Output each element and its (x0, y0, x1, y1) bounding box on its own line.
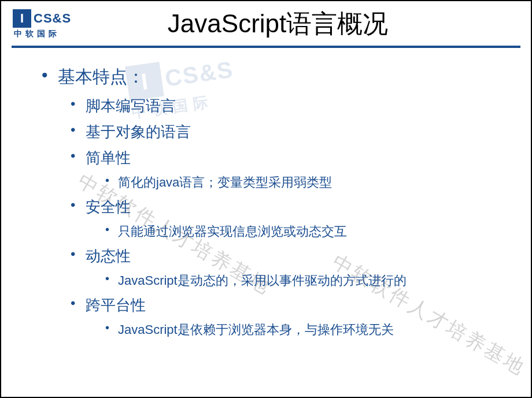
slide-title: JavaScript语言概况 (83, 7, 519, 41)
content-heading: 基本特点： (42, 65, 508, 89)
slide-content: 基本特点： 脚本编写语言 基于对象的语言 简单性 简化的java语言；变量类型采… (1, 48, 531, 356)
bullet-sub-item: 简化的java语言；变量类型采用弱类型 (105, 174, 508, 191)
logo-mark: I (13, 9, 31, 28)
bullet-sub-item: JavaScript是依赖于浏览器本身，与操作环境无关 (105, 321, 508, 339)
company-logo: I CS&S 中软国际 (13, 9, 71, 39)
bullet-sub-item: 只能通过浏览器实现信息浏览或动态交互 (105, 223, 508, 240)
bullet-item: 跨平台性 (71, 295, 508, 315)
bullet-item: 脚本编写语言 (71, 96, 508, 116)
logo-brand: CS&S (34, 11, 71, 26)
slide: I CS&S 中软国际 中软软件人才培养基地 中软软件人才培养基地 I CS&S… (0, 0, 532, 398)
bullet-sub-item: JavaScript是动态的，采用以事件驱动的方式进行的 (105, 272, 508, 289)
bullet-item: 简单性 (71, 148, 508, 168)
bullet-item: 安全性 (71, 197, 508, 217)
bullet-item: 动态性 (71, 246, 508, 266)
bullet-item: 基于对象的语言 (71, 122, 508, 142)
logo-subtitle: 中软国际 (14, 29, 60, 39)
slide-header: I CS&S 中软国际 JavaScript语言概况 (1, 1, 531, 41)
